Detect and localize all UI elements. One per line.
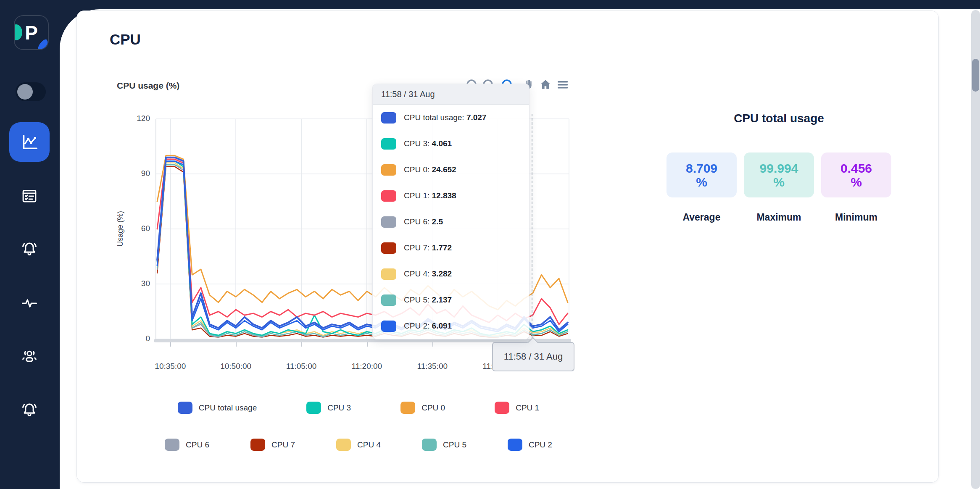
axis-hover-text: 11:58 / 31 Aug bbox=[504, 351, 563, 362]
y-tick-label: 0 bbox=[125, 334, 150, 343]
menu-button[interactable] bbox=[557, 79, 569, 90]
tooltip-series-value: CPU 2: 6.091 bbox=[404, 321, 452, 331]
series-color-swatch bbox=[381, 268, 396, 280]
legend-item-cpu-2[interactable]: CPU 2 bbox=[508, 439, 552, 451]
tooltip-series-row: CPU 1: 12.838 bbox=[373, 183, 529, 209]
series-color-swatch bbox=[381, 164, 396, 176]
scrollbar-track[interactable] bbox=[971, 10, 980, 489]
tooltip-series-row: CPU 3: 4.061 bbox=[373, 131, 529, 157]
sidebar-item-activity[interactable] bbox=[9, 284, 50, 323]
series-color-swatch bbox=[381, 112, 396, 124]
pulse-icon bbox=[20, 294, 39, 313]
legend-item-cpu-6[interactable]: CPU 6 bbox=[165, 439, 209, 451]
stat-label-maximum: Maximum bbox=[744, 212, 814, 223]
series-color-swatch bbox=[381, 321, 396, 332]
legend-item-cpu-1[interactable]: CPU 1 bbox=[495, 402, 539, 414]
series-color-swatch bbox=[381, 190, 396, 202]
chart-legend-row-2: CPU 6CPU 7CPU 4CPU 5CPU 2 bbox=[140, 439, 577, 451]
series-color-swatch bbox=[381, 294, 396, 306]
stats-panel-title: CPU total usage bbox=[667, 112, 891, 125]
y-tick-label: 120 bbox=[125, 114, 150, 123]
sidebar-item-alerts[interactable] bbox=[9, 390, 50, 429]
chart-tooltip: 11:58 / 31 Aug CPU total usage: 7.027CPU… bbox=[372, 84, 530, 339]
bell-icon bbox=[20, 400, 39, 419]
tooltip-series-value: CPU 3: 4.061 bbox=[404, 139, 452, 148]
legend-label: CPU 6 bbox=[186, 440, 209, 450]
legend-color-swatch bbox=[306, 402, 321, 414]
tooltip-series-row: CPU 7: 1.772 bbox=[373, 235, 529, 261]
stat-label-average: Average bbox=[667, 212, 737, 223]
home-button[interactable] bbox=[540, 79, 551, 90]
y-tick-label: 30 bbox=[125, 279, 150, 288]
series-color-swatch bbox=[381, 216, 396, 228]
chart-title: CPU usage (%) bbox=[117, 81, 179, 91]
tooltip-timestamp: 11:58 / 31 Aug bbox=[373, 84, 529, 105]
legend-item-cpu-7[interactable]: CPU 7 bbox=[250, 439, 295, 451]
theme-toggle-knob bbox=[17, 84, 33, 100]
checklist-icon bbox=[21, 187, 38, 205]
tooltip-series-row: CPU total usage: 7.027 bbox=[373, 105, 529, 131]
tooltip-series-value: CPU 6: 2.5 bbox=[404, 217, 443, 226]
tooltip-series-value: CPU total usage: 7.027 bbox=[404, 113, 486, 122]
legend-item-cpu-3[interactable]: CPU 3 bbox=[306, 402, 351, 414]
legend-item-cpu-total-usage[interactable]: CPU total usage bbox=[178, 402, 257, 414]
app-root: P bbox=[0, 0, 980, 489]
sidebar-item-users[interactable] bbox=[9, 336, 50, 376]
legend-item-cpu-4[interactable]: CPU 4 bbox=[336, 439, 381, 451]
sidebar-item-notifications[interactable] bbox=[9, 229, 50, 268]
tooltip-rows: CPU total usage: 7.027CPU 3: 4.061CPU 0:… bbox=[373, 105, 529, 339]
legend-label: CPU total usage bbox=[199, 403, 257, 413]
tooltip-series-row: CPU 6: 2.5 bbox=[373, 209, 529, 235]
stats-cards: 8.709%99.994%0.456% bbox=[667, 152, 891, 197]
x-tick-mark bbox=[432, 342, 433, 347]
x-tick-label: 11:05:00 bbox=[272, 362, 331, 371]
legend-label: CPU 1 bbox=[516, 403, 539, 413]
x-tick-mark bbox=[367, 342, 368, 347]
chart-legend-row-1: CPU total usageCPU 3CPU 0CPU 1 bbox=[140, 402, 577, 414]
scrollbar-thumb[interactable] bbox=[972, 59, 979, 92]
chart-line-icon bbox=[20, 132, 39, 152]
sidebar: P bbox=[0, 0, 60, 489]
hover-crosshair-line bbox=[532, 114, 532, 342]
logo-letter: P bbox=[15, 16, 48, 49]
legend-color-swatch bbox=[508, 439, 522, 451]
legend-label: CPU 4 bbox=[357, 440, 381, 450]
tooltip-series-value: CPU 7: 1.772 bbox=[404, 243, 452, 252]
x-tick-label: 10:50:00 bbox=[206, 362, 265, 371]
stat-card-average: 8.709% bbox=[667, 152, 737, 197]
legend-label: CPU 0 bbox=[422, 403, 445, 413]
series-color-swatch bbox=[381, 242, 396, 254]
theme-toggle[interactable] bbox=[16, 82, 46, 101]
app-logo: P bbox=[14, 15, 49, 50]
bell-icon bbox=[20, 239, 39, 258]
x-tick-mark bbox=[301, 342, 302, 347]
stat-card-maximum: 99.994% bbox=[744, 152, 814, 197]
y-tick-label: 90 bbox=[125, 169, 150, 178]
stat-value: 0.456% bbox=[840, 161, 872, 189]
legend-item-cpu-0[interactable]: CPU 0 bbox=[400, 402, 445, 414]
axis-hover-label: 11:58 / 31 Aug bbox=[492, 342, 574, 371]
users-icon bbox=[20, 347, 39, 365]
legend-item-cpu-5[interactable]: CPU 5 bbox=[422, 439, 466, 451]
legend-label: CPU 2 bbox=[529, 440, 552, 450]
stat-value: 8.709% bbox=[686, 161, 717, 189]
page-title: CPU bbox=[110, 31, 141, 48]
y-axis-title: Usage (%) bbox=[116, 189, 125, 269]
tooltip-series-value: CPU 4: 3.282 bbox=[404, 269, 452, 279]
tooltip-series-row: CPU 5: 2.137 bbox=[373, 287, 529, 313]
tooltip-series-value: CPU 5: 2.137 bbox=[404, 295, 452, 305]
legend-color-swatch bbox=[422, 439, 437, 451]
x-tick-label: 11:20:00 bbox=[337, 362, 396, 371]
legend-label: CPU 7 bbox=[271, 440, 295, 450]
legend-color-swatch bbox=[178, 402, 192, 414]
tooltip-series-row: CPU 2: 6.091 bbox=[373, 313, 529, 339]
sidebar-item-charts[interactable] bbox=[9, 122, 50, 162]
x-tick-mark bbox=[236, 342, 237, 347]
tooltip-series-row: CPU 0: 24.652 bbox=[373, 157, 529, 183]
sidebar-item-reports[interactable] bbox=[9, 176, 50, 216]
cpu-card: CPU CPU usage (%) bbox=[76, 11, 939, 483]
x-tick-label: 11:35:00 bbox=[403, 362, 462, 371]
tooltip-series-value: CPU 1: 12.838 bbox=[404, 191, 456, 200]
tooltip-series-value: CPU 0: 24.652 bbox=[404, 165, 456, 174]
x-tick-mark bbox=[170, 342, 171, 347]
